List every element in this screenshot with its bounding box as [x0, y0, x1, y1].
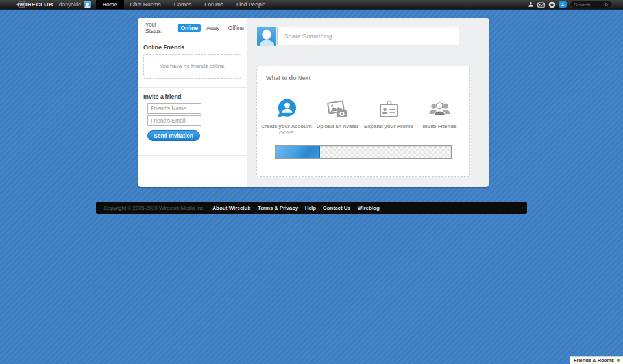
footer-link-contact[interactable]: Contact Us: [323, 205, 350, 211]
online-friends-title: Online Friends: [143, 44, 241, 51]
content-area: What to do Next Create your Account DONE: [247, 18, 489, 187]
notifications-star-icon[interactable]: [548, 1, 556, 8]
sidebar-divider: [138, 87, 247, 88]
footer-link-about[interactable]: About Wireclub: [212, 205, 250, 211]
search-icon[interactable]: [605, 2, 609, 8]
todo-title: What to do Next: [266, 75, 311, 81]
onboarding-progress-bar: [275, 145, 452, 159]
footer-link-help[interactable]: Help: [305, 205, 316, 211]
mail-icon[interactable]: [537, 2, 545, 8]
footer-separator: ·: [353, 205, 355, 211]
sidebar-divider-bottom: [138, 155, 247, 156]
footer-link-terms[interactable]: Terms & Privacy: [258, 205, 298, 211]
create-account-icon: [261, 96, 312, 119]
wireclub-logo-icon: W: [16, 1, 25, 8]
friends-rooms-label: Friends & Rooms: [574, 358, 614, 363]
sidebar: Your Status: Online Away Offline Online …: [138, 18, 247, 187]
todo-item-invite-friends[interactable]: Invite Friends: [414, 96, 465, 136]
top-navbar: W IRECLUB danyakid Home Chat Rooms Games…: [0, 0, 623, 10]
footer-bar: Copyright © 2005-2020 Wireclub Media Inc…: [96, 202, 527, 214]
main-navigation: Home Chat Rooms Games Forums Find People: [96, 0, 273, 9]
todo-items: Create your Account DONE: [261, 96, 465, 136]
no-friends-message-box: You have no friends online.: [143, 54, 241, 79]
upload-avatar-icon: [312, 96, 363, 119]
navbar-right-controls: 1: [528, 1, 613, 8]
send-invitation-button[interactable]: Send Invitation: [147, 130, 200, 141]
todo-item-upload-avatar[interactable]: Upload an Avatar: [312, 96, 363, 136]
search-input[interactable]: [574, 2, 605, 8]
nav-item-games[interactable]: Games: [167, 0, 198, 9]
friend-email-input[interactable]: [147, 115, 201, 126]
status-option-online[interactable]: Online: [178, 24, 200, 32]
wireclub-logo[interactable]: W IRECLUB: [16, 1, 53, 8]
user-avatar-large[interactable]: [257, 27, 276, 46]
copyright-text: Copyright © 2005-2020 Wireclub Media Inc…: [104, 205, 204, 211]
nav-item-chat-rooms[interactable]: Chat Rooms: [124, 0, 167, 9]
search-box[interactable]: [570, 1, 613, 8]
share-something-input[interactable]: [277, 27, 459, 45]
status-label: Your Status:: [145, 21, 175, 34]
current-username[interactable]: danyakid: [59, 1, 81, 8]
svg-text:W: W: [19, 2, 24, 8]
what-to-do-next-panel: What to do Next Create your Account DONE: [256, 66, 470, 177]
friend-name-input[interactable]: [147, 103, 201, 114]
status-row: Your Status: Online Away Offline: [138, 18, 247, 38]
profile-person-icon[interactable]: [528, 1, 534, 8]
invite-friend-title: Invite a friend: [143, 93, 241, 100]
nav-item-home[interactable]: Home: [96, 0, 124, 9]
status-option-away[interactable]: Away: [204, 24, 223, 32]
todo-item-expand-profile[interactable]: Expand your Profile: [363, 96, 415, 136]
onboarding-progress-fill: [276, 146, 320, 158]
user-avatar-small[interactable]: [84, 1, 91, 8]
nav-item-forums[interactable]: Forums: [198, 0, 230, 9]
footer-separator: ·: [253, 205, 255, 211]
friends-rooms-bar[interactable]: Friends & Rooms: [570, 356, 623, 364]
logo-text: IRECLUB: [25, 1, 53, 8]
invite-friends-icon: [414, 96, 465, 119]
nav-item-find-people[interactable]: Find People: [230, 0, 272, 9]
no-friends-message: You have no friends online.: [159, 63, 225, 69]
footer-separator: ·: [300, 205, 302, 211]
todo-item-create-account[interactable]: Create your Account DONE: [261, 96, 312, 136]
footer-link-wireblog[interactable]: Wireblog: [358, 205, 380, 211]
todo-status-done: DONE: [261, 130, 312, 136]
notification-count-badge[interactable]: 1: [559, 1, 567, 8]
online-status-dot: [617, 359, 620, 362]
status-option-offline[interactable]: Offline: [226, 24, 247, 32]
main-panel: Your Status: Online Away Offline Online …: [138, 18, 489, 187]
footer-separator: ·: [319, 205, 321, 211]
expand-profile-icon: [363, 96, 415, 119]
